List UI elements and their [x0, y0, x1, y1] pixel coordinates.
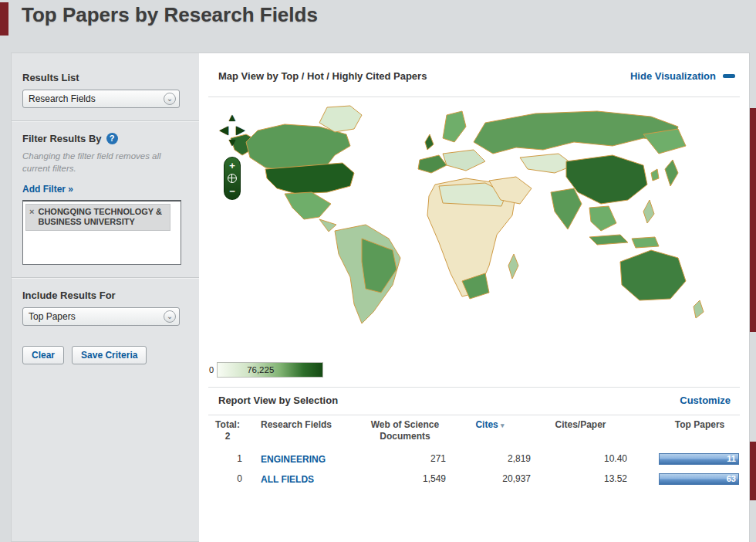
results-list-value: Research Fields [29, 93, 96, 104]
filter-results-by-label: Filter Results By [22, 133, 102, 144]
col-cites-sort[interactable]: Cites ▾ [447, 419, 532, 431]
field-link-all-fields[interactable]: ALL FIELDS [247, 474, 314, 485]
sort-desc-icon: ▾ [501, 422, 505, 429]
main-panel: Map View by Top / Hot / Highly Cited Pap… [199, 53, 750, 542]
report-table: Total: 2 Research Fields Web of Science … [208, 419, 740, 489]
row-cites: 2,819 [447, 453, 532, 464]
legend-max-label: 76,225 [247, 365, 274, 374]
row-wos-docs: 271 [363, 453, 447, 464]
chevron-down-icon: ⌄ [164, 93, 176, 105]
col-cites-label: Cites [475, 419, 498, 430]
map-view-title: Map View by Top / Hot / Highly Cited Pap… [218, 70, 427, 82]
globe-icon[interactable] [228, 174, 237, 183]
add-filter-link[interactable]: Add Filter » [22, 184, 73, 195]
remove-filter-icon[interactable]: × [29, 207, 34, 227]
divider [208, 415, 740, 415]
zoom-in-icon[interactable]: + [229, 161, 235, 171]
filter-tag-label: CHONGQING TECHNOLOGY & BUSINESS UNIVERSI… [38, 207, 165, 227]
hide-visualization-label: Hide Visualization [630, 70, 716, 82]
pan-right-icon[interactable]: ▶ [236, 124, 245, 137]
chevron-down-icon: ⌄ [164, 310, 176, 323]
hide-visualization-link[interactable]: Hide Visualization [630, 70, 735, 82]
sidebar-divider [12, 120, 199, 122]
pan-down-icon[interactable]: ▼ [219, 137, 245, 149]
col-cites-per-paper: Cites/Paper [532, 419, 629, 431]
world-map[interactable]: ▲ ◀ ▶ ▼ + − [211, 98, 744, 361]
screen-edge-artifact [0, 2, 8, 36]
results-list-dropdown[interactable]: Research Fields ⌄ [22, 90, 180, 108]
map-zoom-control: + − [224, 157, 241, 200]
top-papers-bar: 11 [659, 453, 739, 465]
page-title: Top Papers by Research Fields [22, 3, 318, 27]
row-cites-per-paper: 13.52 [532, 473, 629, 484]
row-cites-per-paper: 10.40 [532, 453, 629, 464]
divider [208, 387, 740, 388]
filter-box[interactable]: × CHONGQING TECHNOLOGY & BUSINESS UNIVER… [22, 200, 181, 265]
legend-gradient-bar: 76,225 [217, 362, 323, 378]
filter-tag: × CHONGQING TECHNOLOGY & BUSINESS UNIVER… [25, 204, 170, 231]
page: Top Papers by Research Fields Results Li… [0, 0, 756, 542]
map-legend: 0 76,225 [209, 362, 323, 378]
sidebar: Results List Research Fields ⌄ Filter Re… [11, 53, 199, 542]
row-wos-docs: 1,549 [363, 473, 447, 484]
customize-link[interactable]: Customize [680, 395, 731, 406]
col-research-fields: Research Fields [247, 419, 363, 431]
map-pan-control: ▲ ◀ ▶ ▼ [219, 112, 245, 149]
field-link-engineering[interactable]: ENGINEERING [247, 454, 326, 465]
total-value: 2 [208, 431, 247, 442]
zoom-out-icon[interactable]: − [229, 186, 235, 196]
divider [208, 97, 740, 97]
results-list-label: Results List [22, 72, 188, 83]
filter-note: Changing the filter field removes all cu… [22, 151, 181, 174]
total-label: Total: [208, 419, 247, 431]
top-papers-bar: 63 [659, 473, 739, 485]
pan-up-icon[interactable]: ▲ [219, 112, 245, 124]
include-results-dropdown[interactable]: Top Papers ⌄ [22, 307, 180, 326]
collapse-icon [723, 74, 735, 78]
world-map-svg [211, 98, 744, 361]
col-wos-documents: Web of Science Documents [363, 419, 447, 442]
table-header-row: Total: 2 Research Fields Web of Science … [208, 419, 740, 449]
col-top-papers: Top Papers [659, 419, 741, 431]
sidebar-divider [12, 277, 199, 279]
row-rank: 0 [208, 473, 247, 484]
table-row: 0 ALL FIELDS 1,549 20,937 13.52 63 [208, 469, 740, 489]
save-criteria-button[interactable]: Save Criteria [72, 346, 147, 364]
row-cites: 20,937 [447, 473, 532, 484]
scrollbar-strip[interactable] [749, 108, 756, 332]
row-rank: 1 [208, 453, 247, 464]
report-view-title: Report View by Selection [218, 395, 338, 406]
table-row: 1 ENGINEERING 271 2,819 10.40 11 [208, 449, 740, 469]
pan-left-icon[interactable]: ◀ [220, 124, 228, 137]
include-results-value: Top Papers [29, 311, 76, 322]
clear-button[interactable]: Clear [22, 346, 64, 364]
include-results-label: Include Results For [22, 290, 188, 301]
help-icon[interactable]: ? [106, 133, 118, 144]
legend-min-label: 0 [209, 365, 214, 374]
scrollbar-strip[interactable] [749, 442, 756, 500]
total-header: Total: 2 [208, 419, 247, 442]
